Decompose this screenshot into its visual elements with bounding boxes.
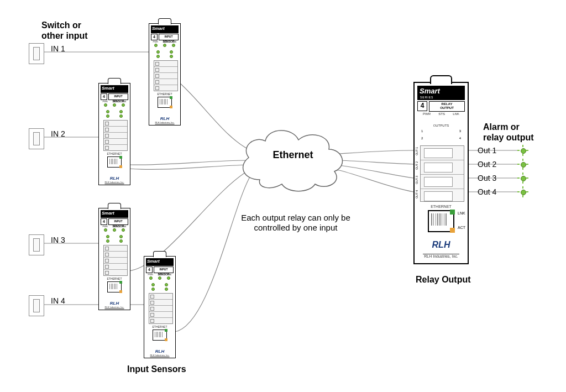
out1-label: Out 1 <box>478 146 496 155</box>
in4-label: IN 4 <box>51 296 65 305</box>
input-sensor-device-2: Smart 4INPUTSENSOR PWRSTSLNK ETHERNET RL… <box>98 83 130 185</box>
input-switch-1 <box>29 43 44 64</box>
input-sensors-caption: Input Sensors <box>127 364 186 374</box>
in3-label: IN 3 <box>51 236 65 244</box>
out3-label: Out 3 <box>478 174 496 182</box>
out4-label: Out 4 <box>478 187 496 196</box>
input-switch-2 <box>29 128 44 149</box>
in2-label: IN 2 <box>51 129 65 138</box>
relay-output-caption: Relay Output <box>416 274 471 285</box>
alarm-output-header: Alarm or relay output <box>483 122 534 143</box>
in1-label: IN 1 <box>51 44 65 53</box>
switch-input-header: Switch or other input <box>41 20 88 41</box>
relay-terminals: OUT 1 OUT 2 OUT 3 OUT 4 <box>420 145 464 202</box>
out2-light-icon <box>518 160 527 169</box>
input-sensor-device-4: Smart 4INPUTSENSOR PWRSTSLNK ETHERNET RL… <box>144 256 176 358</box>
out2-label: Out 2 <box>478 160 496 169</box>
input-sensor-device-1: Smart 4 INPUTSENSOR PWRSTSLNK ETHERNET R… <box>149 23 181 126</box>
ethernet-label: Ethernet <box>260 149 326 161</box>
relay-ethernet-port <box>428 210 454 232</box>
input-switch-4 <box>29 295 44 316</box>
out3-light-icon <box>518 174 527 182</box>
diagram-note: Each output relay can only be controlled… <box>229 213 362 233</box>
input-sensor-device-3: Smart 4INPUTSENSOR PWRSTSLNK ETHERNET RL… <box>98 208 130 310</box>
relay-output-device: Smart SERIES 4 RELAYOUTPUT PWRSTSLNK OUT… <box>413 82 469 264</box>
input-switch-3 <box>29 234 44 255</box>
out1-light-icon <box>518 146 527 155</box>
out4-light-icon <box>518 187 527 196</box>
